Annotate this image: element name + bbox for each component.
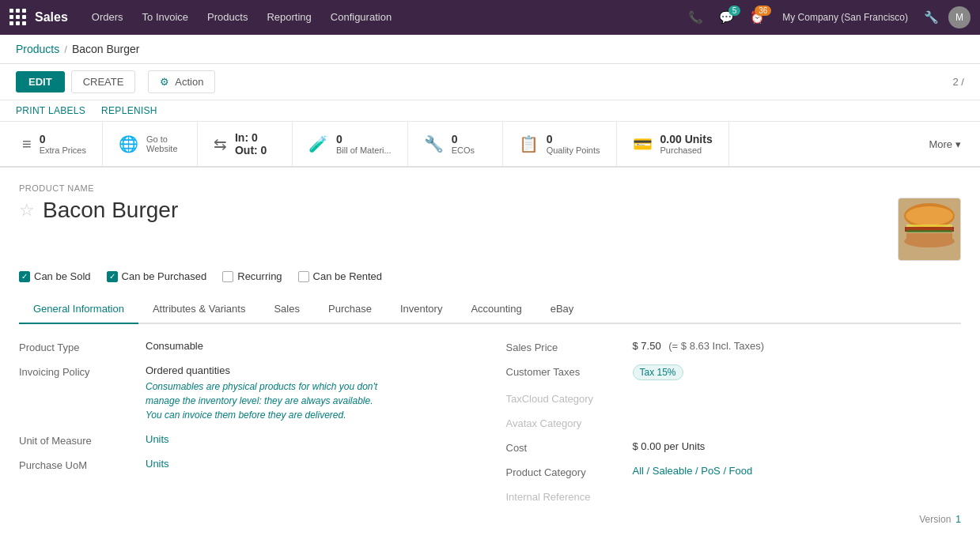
breadcrumb: Products / Bacon Burger <box>0 35 980 64</box>
version-value[interactable]: 1 <box>955 514 961 525</box>
nav-to-invoice[interactable]: To Invoice <box>134 0 197 35</box>
nav-reporting[interactable]: Reporting <box>259 0 319 35</box>
sales-price-value-block: $ 7.50 (= $ 8.63 Incl. Taxes) <box>633 340 765 352</box>
phone-icon[interactable]: 📞 <box>683 7 708 28</box>
extra-prices-label: Extra Prices <box>40 145 86 155</box>
units-purchased-label: Purchased <box>660 145 713 155</box>
app-name[interactable]: Sales <box>35 10 68 25</box>
quality-points-button[interactable]: 📋 0 Quality Points <box>503 122 617 166</box>
product-header: ☆ Bacon Burger <box>19 198 961 261</box>
tax-badge[interactable]: Tax 15% <box>633 364 683 380</box>
svg-point-2 <box>906 206 953 225</box>
nav-products[interactable]: Products <box>199 0 255 35</box>
settings-icon[interactable]: 🔧 <box>921 7 942 28</box>
action-button[interactable]: ⚙ Action <box>148 70 215 93</box>
app-grid-icon[interactable] <box>9 9 27 26</box>
tab-sales[interactable]: Sales <box>259 295 314 324</box>
invoicing-desc: Consumables are physical products for wh… <box>146 379 377 422</box>
version-row: Version 1 <box>506 514 962 525</box>
can-be-sold-check-icon: ✓ <box>19 271 30 282</box>
form-right-column: Sales Price $ 7.50 (= $ 8.63 Incl. Taxes… <box>506 340 962 525</box>
tab-accounting[interactable]: Accounting <box>456 295 535 324</box>
go-to-website-button[interactable]: 🌐 Go toWebsite <box>103 122 198 166</box>
user-avatar[interactable]: M <box>948 6 971 28</box>
product-category-row: Product Category All / Saleable / PoS / … <box>506 465 962 478</box>
secondary-actions-bar: PRINT LABELS REPLENISH <box>0 100 980 122</box>
product-type-row: Product Type Consumable <box>19 340 475 353</box>
taxcloud-label: TaxCloud Category <box>506 391 633 405</box>
units-purchased-count: 0.00 Units <box>660 133 713 145</box>
uom-label: Unit of Measure <box>19 433 146 447</box>
avatax-label: Avatax Category <box>506 416 633 429</box>
svg-point-8 <box>904 235 955 247</box>
tab-purchase[interactable]: Purchase <box>314 295 386 324</box>
can-be-purchased-check-icon: ✓ <box>107 271 118 282</box>
product-image <box>898 198 961 261</box>
create-button[interactable]: CREATE <box>71 70 136 93</box>
product-category-value[interactable]: All / Saleable / PoS / Food <box>633 465 753 477</box>
tabs-bar: General Information Attributes & Variant… <box>19 295 961 324</box>
breadcrumb-current: Bacon Burger <box>72 43 140 55</box>
edit-button[interactable]: EDIT <box>16 71 65 92</box>
star-icon[interactable]: ☆ <box>19 200 35 221</box>
product-title-area: ☆ Bacon Burger <box>19 198 178 223</box>
extra-prices-count: 0 <box>40 133 86 145</box>
in-out-button[interactable]: ⇆ In: 0Out: 0 <box>198 122 293 166</box>
activity-badge: 36 <box>755 6 771 16</box>
quality-count: 0 <box>547 133 600 145</box>
sales-price-incl: (= $ 8.63 Incl. Taxes) <box>668 340 764 352</box>
ecos-button[interactable]: 🔧 0 ECOs <box>408 122 503 166</box>
uom-value[interactable]: Units <box>146 433 169 445</box>
action-label: Action <box>175 76 203 88</box>
company-name: My Company (San Francisco) <box>782 12 908 23</box>
tab-ebay[interactable]: eBay <box>536 295 588 324</box>
in-out-count: In: 0Out: 0 <box>235 131 267 157</box>
product-type-label: Product Type <box>19 340 146 353</box>
chevron-down-icon: ▾ <box>955 138 961 150</box>
desc-line1: Consumables are physical products for wh… <box>146 381 377 392</box>
can-be-purchased-label: Can be Purchased <box>122 270 207 282</box>
can-be-purchased-checkbox[interactable]: ✓ Can be Purchased <box>107 270 207 282</box>
cost-row: Cost $ 0.00 per Units <box>506 440 962 454</box>
can-be-rented-label: Can be Rented <box>313 270 382 282</box>
tab-inventory[interactable]: Inventory <box>386 295 456 324</box>
smart-buttons-bar: ≡ 0 Extra Prices 🌐 Go toWebsite ⇆ In: 0O… <box>0 122 980 168</box>
chat-icon[interactable]: 💬 5 <box>714 7 739 28</box>
purchase-uom-value[interactable]: Units <box>146 458 169 470</box>
more-label: More <box>929 138 952 150</box>
print-labels-link[interactable]: PRINT LABELS <box>16 105 85 116</box>
card-icon: 💳 <box>633 134 653 153</box>
product-category-label: Product Category <box>506 465 633 478</box>
recurring-check-icon <box>222 271 233 282</box>
breadcrumb-parent[interactable]: Products <box>16 43 59 55</box>
extra-prices-button[interactable]: ≡ 0 Extra Prices <box>6 122 103 166</box>
replenish-link[interactable]: REPLENISH <box>101 105 157 116</box>
tab-attributes-variants[interactable]: Attributes & Variants <box>138 295 260 324</box>
tab-general-information[interactable]: General Information <box>19 295 138 324</box>
sales-price-value: $ 7.50 <box>633 340 661 352</box>
list-icon: ≡ <box>22 135 32 153</box>
product-type-value: Consumable <box>146 340 203 352</box>
quality-icon: 📋 <box>519 134 539 153</box>
can-be-rented-check-icon <box>298 271 309 282</box>
quality-label: Quality Points <box>547 145 600 155</box>
activity-icon[interactable]: ⏰ 36 <box>745 7 770 28</box>
bom-label: Bill of Materi... <box>336 145 392 155</box>
sales-price-label: Sales Price <box>506 340 633 353</box>
arrows-icon: ⇆ <box>214 134 227 153</box>
invoicing-policy-value: Ordered quantities <box>146 364 230 376</box>
more-button[interactable]: More ▾ <box>916 122 974 166</box>
cost-label: Cost <box>506 440 633 454</box>
flask-icon: 🧪 <box>308 134 328 153</box>
units-purchased-button[interactable]: 💳 0.00 Units Purchased <box>617 122 729 166</box>
customer-taxes-label: Customer Taxes <box>506 364 633 378</box>
nav-orders[interactable]: Orders <box>84 0 131 35</box>
can-be-sold-checkbox[interactable]: ✓ Can be Sold <box>19 270 91 282</box>
nav-configuration[interactable]: Configuration <box>323 0 399 35</box>
bill-of-materials-button[interactable]: 🧪 0 Bill of Materi... <box>293 122 408 166</box>
recurring-checkbox[interactable]: Recurring <box>222 270 282 282</box>
desc-line3: You can invoice them before they are del… <box>146 410 346 421</box>
can-be-rented-checkbox[interactable]: Can be Rented <box>298 270 382 282</box>
action-bar: EDIT CREATE ⚙ Action 2 / <box>0 64 980 100</box>
form-container: Product Name ☆ Bacon Burger ✓ Ca <box>0 168 980 536</box>
